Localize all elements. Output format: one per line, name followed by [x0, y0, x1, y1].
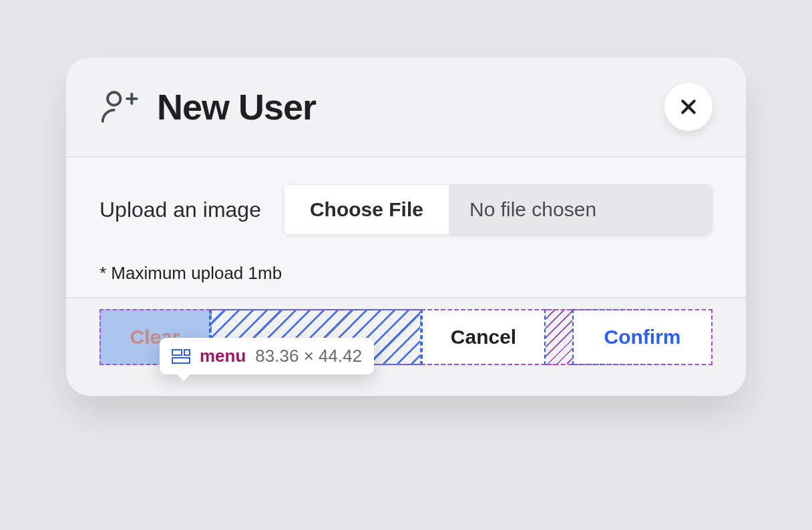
devtools-tooltip: menu 83.36 × 44.42: [160, 338, 374, 374]
dialog-body: Upload an image Choose File No file chos…: [66, 158, 746, 297]
svg-point-0: [108, 92, 120, 105]
svg-rect-7: [172, 358, 190, 363]
file-status: No file chosen: [449, 184, 713, 235]
upload-label: Upload an image: [99, 198, 261, 222]
close-icon: [678, 97, 698, 117]
dialog-header: New User: [66, 57, 746, 158]
upload-row: Upload an image Choose File No file chos…: [99, 184, 713, 235]
flex-gap: [546, 309, 572, 365]
confirm-button[interactable]: Confirm: [572, 309, 713, 365]
devtools-tag: menu: [200, 346, 246, 366]
choose-file-button[interactable]: Choose File: [284, 184, 449, 235]
cancel-button[interactable]: Cancel: [421, 309, 546, 365]
file-picker: Choose File No file chosen: [284, 184, 713, 235]
svg-rect-6: [184, 350, 190, 355]
svg-rect-5: [172, 350, 182, 355]
flex-icon: [172, 349, 190, 364]
close-button[interactable]: [664, 83, 713, 131]
dialog-title: New User: [157, 86, 316, 127]
user-plus-icon: [99, 87, 138, 126]
devtools-dimensions: 83.36 × 44.42: [255, 346, 362, 366]
new-user-dialog: New User Upload an image Choose File No …: [66, 57, 746, 396]
upload-hint: * Maximum upload 1mb: [99, 263, 713, 284]
